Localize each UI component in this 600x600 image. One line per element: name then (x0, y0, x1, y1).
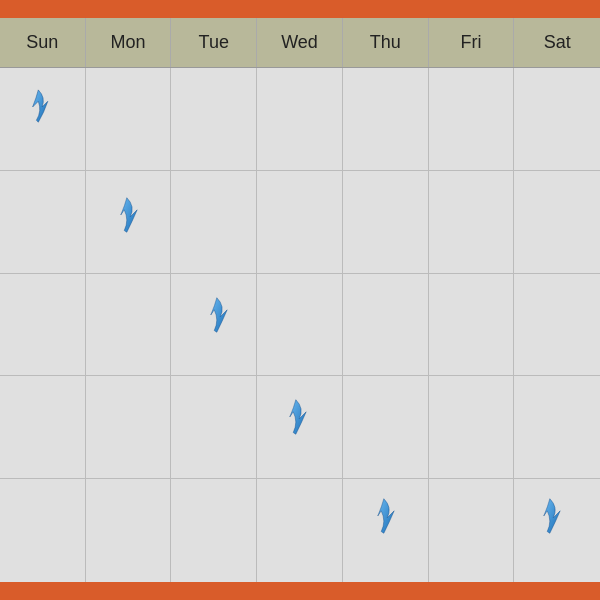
cell-r1-c5 (429, 68, 515, 170)
header-mon: Mon (86, 18, 172, 67)
arrow-r2-c1 (116, 196, 148, 234)
cell-r3-c6 (514, 274, 600, 376)
cell-r2-c4 (343, 171, 429, 273)
cell-r4-c6 (514, 376, 600, 478)
cell-r3-c2 (171, 274, 257, 376)
cell-r3-c1 (86, 274, 172, 376)
cell-r2-c2 (171, 171, 257, 273)
cell-r2-c3 (257, 171, 343, 273)
header-sun: Sun (0, 18, 86, 67)
cell-r5-c6 (514, 479, 600, 582)
header-tue: Tue (171, 18, 257, 67)
calendar-wrapper: Sun Mon Tue Wed Thu Fri Sat (0, 18, 600, 582)
calendar-row-4 (0, 376, 600, 479)
header-sat: Sat (514, 18, 600, 67)
cell-r1-c3 (257, 68, 343, 170)
header-wed: Wed (257, 18, 343, 67)
cell-r2-c1 (86, 171, 172, 273)
cell-r5-c1 (86, 479, 172, 582)
chrome-bottom (0, 582, 600, 600)
calendar-row-1 (0, 68, 600, 171)
cell-r4-c1 (86, 376, 172, 478)
cell-r4-c0 (0, 376, 86, 478)
cell-r5-c5 (429, 479, 515, 582)
cell-r3-c4 (343, 274, 429, 376)
cell-r1-c6 (514, 68, 600, 170)
cell-r2-c5 (429, 171, 515, 273)
calendar-header: Sun Mon Tue Wed Thu Fri Sat (0, 18, 600, 68)
arrow-r1-c0 (28, 88, 60, 126)
cell-r5-c3 (257, 479, 343, 582)
calendar-row-5 (0, 479, 600, 582)
calendar-body (0, 68, 600, 582)
cell-r4-c3 (257, 376, 343, 478)
cell-r1-c0 (0, 68, 86, 170)
arrow-r3-c2 (206, 296, 238, 334)
cell-r4-c2 (171, 376, 257, 478)
header-thu: Thu (343, 18, 429, 67)
cell-r1-c4 (343, 68, 429, 170)
header-fri: Fri (429, 18, 515, 67)
arrow-r5-c6 (539, 497, 571, 535)
cell-r1-c2 (171, 68, 257, 170)
cell-r3-c0 (0, 274, 86, 376)
cell-r3-c3 (257, 274, 343, 376)
arrow-r5-c4 (373, 497, 405, 535)
cell-r4-c5 (429, 376, 515, 478)
cell-r2-c0 (0, 171, 86, 273)
cell-r5-c4 (343, 479, 429, 582)
cell-r5-c2 (171, 479, 257, 582)
cell-r3-c5 (429, 274, 515, 376)
cell-r4-c4 (343, 376, 429, 478)
cell-r1-c1 (86, 68, 172, 170)
calendar-row-2 (0, 171, 600, 274)
cell-r5-c0 (0, 479, 86, 582)
arrow-r4-c3 (285, 398, 317, 436)
chrome-top (0, 0, 600, 18)
cell-r2-c6 (514, 171, 600, 273)
calendar-row-3 (0, 274, 600, 377)
